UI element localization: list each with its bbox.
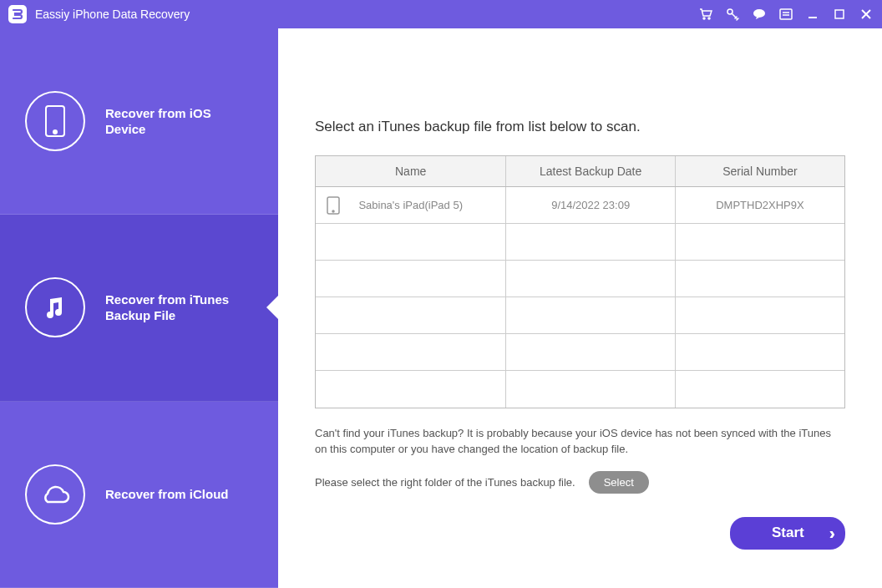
table-row-empty[interactable] — [316, 261, 844, 297]
cloud-icon — [25, 464, 85, 525]
svg-point-0 — [703, 18, 705, 19]
sidebar: Recover from iOS Device Recover from iTu… — [0, 28, 278, 588]
key-icon[interactable] — [725, 7, 740, 22]
music-note-icon — [25, 277, 85, 337]
sidebar-item-label: Recover from iOS Device — [105, 105, 239, 138]
help-text-2: Please select the right folder of the iT… — [315, 476, 575, 489]
sidebar-item-icloud[interactable]: Recover from iCloud — [0, 402, 278, 588]
app-title: Eassiy iPhone Data Recovery — [35, 8, 698, 21]
titlebar-icons — [698, 7, 874, 22]
chevron-right-icon: ›› — [829, 524, 830, 543]
sidebar-item-label: Recover from iTunes Backup File — [105, 291, 239, 324]
ipad-icon — [326, 196, 341, 215]
table-row-empty[interactable] — [316, 371, 844, 408]
svg-rect-8 — [835, 10, 844, 18]
table-row-empty[interactable] — [316, 297, 844, 334]
svg-rect-4 — [780, 9, 792, 19]
menu-icon[interactable] — [778, 7, 793, 22]
svg-point-14 — [332, 210, 334, 212]
backup-table: Name Latest Backup Date Serial Number S — [316, 156, 844, 408]
svg-point-3 — [753, 9, 765, 18]
start-button-label: Start — [772, 525, 804, 541]
minimize-icon[interactable] — [805, 7, 820, 22]
table-row[interactable]: Sabina's iPad(iPad 5) 9/14/2022 23:09 DM… — [316, 187, 844, 224]
cell-date: 9/14/2022 23:09 — [506, 187, 676, 224]
cell-name: Sabina's iPad(iPad 5) — [358, 199, 463, 211]
help-text-1: Can't find your iTunes backup? It is pro… — [315, 425, 845, 458]
col-header-serial: Serial Number — [675, 156, 844, 187]
content-heading: Select an iTunes backup file from list b… — [315, 70, 845, 135]
maximize-icon[interactable] — [832, 7, 847, 22]
table-row-empty[interactable] — [316, 334, 844, 371]
phone-icon — [25, 91, 85, 151]
sidebar-item-label: Recover from iCloud — [105, 486, 229, 503]
app-logo — [8, 5, 27, 23]
content-area: Select an iTunes backup file from list b… — [278, 28, 882, 588]
sidebar-item-ios-device[interactable]: Recover from iOS Device — [0, 28, 278, 215]
svg-point-1 — [708, 18, 710, 19]
cart-icon[interactable] — [698, 7, 713, 22]
sidebar-item-itunes-backup[interactable]: Recover from iTunes Backup File — [0, 215, 278, 401]
col-header-name: Name — [316, 156, 506, 187]
titlebar: Eassiy iPhone Data Recovery — [0, 0, 882, 28]
select-button[interactable]: Select — [589, 471, 649, 494]
close-icon[interactable] — [859, 7, 874, 22]
chat-icon[interactable] — [752, 7, 767, 22]
col-header-date: Latest Backup Date — [506, 156, 676, 187]
svg-point-12 — [53, 130, 57, 134]
table-row-empty[interactable] — [316, 224, 844, 261]
cell-serial: DMPTHD2XHP9X — [675, 187, 844, 224]
start-button[interactable]: Start ›› — [730, 517, 845, 550]
